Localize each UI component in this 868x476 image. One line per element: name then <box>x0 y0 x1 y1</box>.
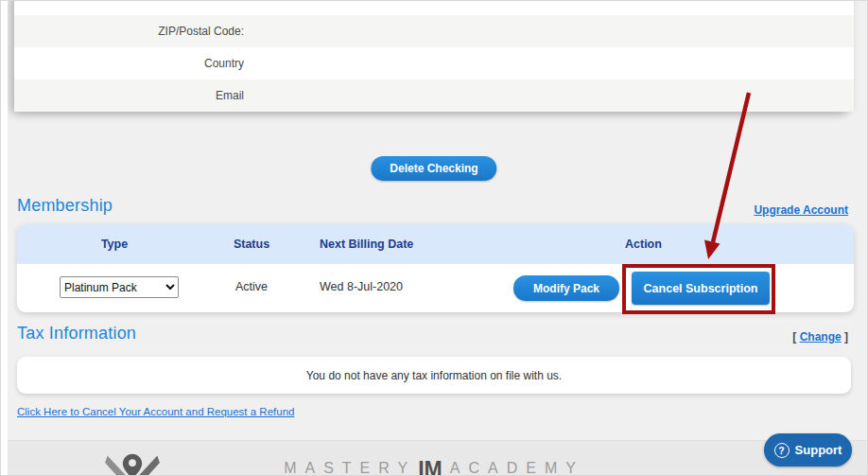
delete-checking-button[interactable]: Delete Checking <box>371 156 496 181</box>
tax-change-control: [ Change ] <box>792 330 848 344</box>
support-button[interactable]: ? Support <box>764 433 852 467</box>
support-button-label: Support <box>795 443 842 457</box>
membership-table-header: Type Status Next Billing Date Action <box>17 224 854 264</box>
column-header-status: Status <box>204 238 299 251</box>
window-left-gutter <box>0 0 8 476</box>
tax-change-link[interactable]: Change <box>800 330 842 344</box>
column-header-next-billing: Next Billing Date <box>320 238 413 251</box>
cancel-subscription-button[interactable]: Cancel Subscription <box>632 272 770 305</box>
footer: MASTERY IM ACADEMY <box>0 440 868 476</box>
brand-im-logo: IM <box>418 457 443 476</box>
column-header-action: Action <box>625 238 662 251</box>
question-mark-icon: ? <box>774 443 790 458</box>
membership-section-title: Membership <box>17 196 113 216</box>
next-billing-date-value: Wed 8-Jul-2020 <box>320 280 403 293</box>
country-label: Country <box>14 57 244 70</box>
bracket-open: [ <box>792 330 799 344</box>
column-header-type: Type <box>58 238 171 251</box>
tax-section-title: Tax Information <box>17 324 136 344</box>
form-row-email: Email <box>14 79 854 112</box>
cancel-account-refund-link[interactable]: Click Here to Cancel Your Account and Re… <box>17 406 294 417</box>
brand-academy: ACADEMY <box>450 457 584 476</box>
status-value: Active <box>204 280 299 293</box>
email-label: Email <box>14 89 244 102</box>
tax-empty-message: You do not have any tax information on f… <box>306 369 562 382</box>
zip-label: ZIP/Postal Code: <box>14 25 244 38</box>
form-row-country: Country <box>14 47 854 79</box>
mastery-im-academy-logo-icon <box>102 452 163 476</box>
membership-type-select[interactable]: Platinum Pack <box>60 276 179 298</box>
tax-info-card: You do not have any tax information on f… <box>17 357 851 394</box>
form-row-zip: ZIP/Postal Code: <box>14 15 854 47</box>
bracket-close: ] <box>842 330 848 344</box>
brand-mastery: MASTERY <box>284 457 416 476</box>
upgrade-account-link[interactable]: Upgrade Account <box>754 203 848 217</box>
membership-table-row: Platinum Pack Active Wed 8-Jul-2020 Modi… <box>17 264 854 312</box>
brand-wordmark: MASTERY IM ACADEMY <box>284 457 584 476</box>
modify-pack-button[interactable]: Modify Pack <box>513 275 619 301</box>
membership-table: Type Status Next Billing Date Action Pla… <box>17 224 854 312</box>
profile-card: ZIP/Postal Code: Country Email <box>14 0 854 112</box>
